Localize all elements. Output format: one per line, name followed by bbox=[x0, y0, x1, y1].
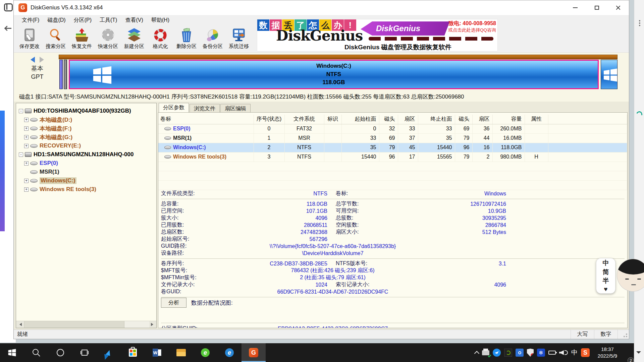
partition-block-esp[interactable] bbox=[59, 60, 63, 89]
ime-mode-halfwidth[interactable]: 半 bbox=[603, 277, 609, 285]
printer-tray-icon[interactable] bbox=[482, 350, 489, 355]
tray-expand-icon[interactable] bbox=[474, 351, 480, 356]
tree-item-recovery-e[interactable]: + RECOVERY(E:) bbox=[19, 141, 156, 150]
ime-indicator[interactable]: 中 bbox=[571, 348, 578, 357]
menu-tools[interactable]: 工具(T) bbox=[96, 16, 121, 25]
scroll-right-button[interactable] bbox=[149, 321, 156, 328]
tree-item-windows-re[interactable]: + Windows RE tools(3) bbox=[19, 185, 156, 194]
pinned-app-flash[interactable] bbox=[97, 343, 121, 362]
expand-icon[interactable]: + bbox=[24, 135, 29, 139]
ime-mode-chinese[interactable]: 中 bbox=[603, 259, 609, 267]
recover-files-button[interactable]: 恢复文件 bbox=[69, 26, 95, 52]
intel-graphics-tray-icon[interactable] bbox=[516, 349, 524, 357]
collapse-icon[interactable]: - bbox=[19, 109, 23, 113]
col-flag[interactable]: 标识 bbox=[324, 115, 341, 124]
maximize-button[interactable] bbox=[586, 0, 607, 15]
nvidia-tray-icon[interactable] bbox=[504, 349, 512, 357]
partition-block-msr[interactable] bbox=[64, 60, 67, 89]
col-start-head[interactable]: 磁头 bbox=[379, 115, 398, 124]
col-capacity[interactable]: 容量 bbox=[492, 115, 525, 124]
new-partition-button[interactable]: 新建分区 bbox=[121, 26, 147, 52]
col-end-cylinder[interactable]: 终止柱面 bbox=[418, 115, 455, 124]
col-filesystem[interactable]: 文件系统 bbox=[284, 115, 324, 124]
cortana-button[interactable] bbox=[48, 343, 72, 362]
expand-icon[interactable]: + bbox=[24, 118, 29, 122]
table-row-windows-selected[interactable]: Windows(C:) 2 NTFS 35 79 45 15440 96 16 … bbox=[158, 143, 627, 152]
diskgenius-taskbar-button[interactable]: G bbox=[241, 343, 266, 362]
analyze-button[interactable]: 分析 bbox=[161, 298, 186, 308]
table-row-windows-re[interactable]: Windows RE tools(3) 3 NTFS 15440 96 17 1… bbox=[158, 152, 627, 162]
expand-icon[interactable]: + bbox=[24, 126, 29, 131]
tree-item-local-d[interactable]: + 本地磁盘(D:) bbox=[19, 115, 156, 124]
more-dots-icon[interactable] bbox=[639, 20, 640, 21]
battery-icon[interactable] bbox=[548, 351, 556, 355]
prev-disk-arrow-icon[interactable] bbox=[28, 57, 35, 63]
col-attributes[interactable]: 属性 bbox=[525, 115, 548, 124]
quick-partition-button[interactable]: 快速分区 bbox=[95, 26, 121, 52]
menu-file[interactable]: 文件(F) bbox=[18, 16, 43, 25]
tree-horizontal-scrollbar[interactable] bbox=[16, 321, 156, 328]
expand-icon[interactable]: + bbox=[24, 187, 29, 192]
col-end-sector[interactable]: 扇区 bbox=[472, 115, 492, 124]
file-explorer-button[interactable] bbox=[169, 343, 193, 362]
tree-item-local-g[interactable]: + 本地磁盘(G:) bbox=[19, 133, 156, 141]
edge-browser-button[interactable]: e bbox=[217, 343, 241, 362]
collapse-icon[interactable]: - bbox=[19, 153, 23, 157]
backup-partition-button[interactable]: 备份分区 bbox=[200, 26, 226, 52]
table-row-esp[interactable]: ESP(0) 0 FAT32 0 32 33 33 69 36 260.0MB bbox=[158, 124, 627, 133]
menu-disk[interactable]: 磁盘(D) bbox=[43, 16, 69, 25]
tree-item-hd0[interactable]: - HD0:TOSHIBAMQ04ABF100(932GB) bbox=[19, 107, 156, 115]
volume-icon[interactable] bbox=[559, 350, 568, 355]
start-button[interactable] bbox=[0, 343, 24, 362]
heart-icon[interactable]: ♥ bbox=[604, 286, 607, 293]
col-volume-label[interactable]: 卷标 bbox=[158, 115, 254, 124]
next-disk-arrow-icon[interactable] bbox=[40, 57, 47, 63]
taskbar-clock[interactable]: 18:37 2022/5/9 bbox=[593, 346, 622, 360]
format-button[interactable]: 格式化 bbox=[147, 26, 173, 52]
col-index-status[interactable]: 序号(状态) bbox=[254, 115, 284, 124]
ime-float-widget[interactable]: 中 简 半 ♥ bbox=[596, 258, 644, 294]
expand-icon[interactable]: + bbox=[24, 161, 29, 166]
word-button[interactable]: W bbox=[145, 343, 169, 362]
table-row-msr[interactable]: MSR(1) 1 MSR 33 69 37 35 79 44 16.0MB bbox=[158, 133, 627, 143]
ime-status-card[interactable]: 中 简 半 ♥ bbox=[596, 258, 615, 294]
search-partition-button[interactable]: 搜索分区 bbox=[43, 26, 69, 52]
scrollbar-thumb[interactable] bbox=[24, 321, 124, 328]
tree-item-esp[interactable]: + ESP(0) bbox=[19, 159, 156, 168]
tree-item-msr[interactable]: MSR(1) bbox=[19, 168, 156, 176]
expand-icon[interactable]: + bbox=[24, 179, 29, 183]
tree-item-hd1[interactable]: - HD1:SAMSUNGMZNLN128HAHQ-000 bbox=[19, 150, 156, 159]
tab-sector-edit[interactable]: 扇区编辑 bbox=[220, 104, 251, 112]
taskbar-search-button[interactable] bbox=[24, 343, 48, 362]
back-arrow-icon[interactable] bbox=[5, 25, 12, 32]
expand-icon[interactable]: + bbox=[24, 144, 29, 148]
save-changes-button[interactable]: 保存更改 bbox=[16, 26, 43, 52]
col-start-cylinder[interactable]: 起始柱面 bbox=[341, 115, 379, 124]
resize-grip[interactable] bbox=[618, 330, 629, 339]
disk-header-strip[interactable] bbox=[59, 55, 618, 59]
col-start-sector[interactable]: 扇区 bbox=[398, 115, 418, 124]
tab-browse-files[interactable]: 浏览文件 bbox=[190, 104, 220, 112]
menu-view[interactable]: 查看(V) bbox=[121, 16, 147, 25]
promo-banner[interactable]: 数 据 丢 了 怎 么 办 ! DiskGenius DiskGenius Di… bbox=[257, 19, 498, 51]
ime-mode-simplified[interactable]: 简 bbox=[603, 268, 609, 277]
minimize-button[interactable] bbox=[565, 0, 586, 15]
scroll-left-button[interactable] bbox=[16, 321, 23, 328]
tree-item-local-f[interactable]: + 本地磁盘(F:) bbox=[19, 124, 156, 133]
partition-block-re-tools[interactable] bbox=[601, 60, 618, 89]
menu-help[interactable]: 帮助(H) bbox=[147, 16, 173, 25]
close-button[interactable] bbox=[607, 0, 629, 15]
menu-partition[interactable]: 分区(P) bbox=[70, 16, 96, 25]
partition-block-windows-selected[interactable]: Windows(C:) NTFS 118.0GB bbox=[69, 60, 599, 89]
security-alert-tray-icon[interactable] bbox=[527, 349, 534, 357]
system-migration-button[interactable]: 系统迁移 bbox=[226, 26, 252, 52]
banner-qq-link[interactable]: 或点击此处选择QQ咨询 bbox=[448, 27, 496, 33]
col-end-head[interactable]: 磁头 bbox=[455, 115, 472, 124]
sogou-input-icon[interactable]: S bbox=[581, 348, 590, 357]
ie-browser-button[interactable]: e bbox=[193, 343, 217, 362]
messenger-tray-icon[interactable] bbox=[493, 349, 501, 357]
snowflake-tray-icon[interactable] bbox=[537, 349, 545, 357]
tree-item-windows-c[interactable]: + Windows(C:) bbox=[19, 176, 156, 185]
delete-partition-button[interactable]: 删除分区 bbox=[173, 26, 200, 52]
tab-partition-params[interactable]: 分区参数 bbox=[159, 103, 189, 112]
